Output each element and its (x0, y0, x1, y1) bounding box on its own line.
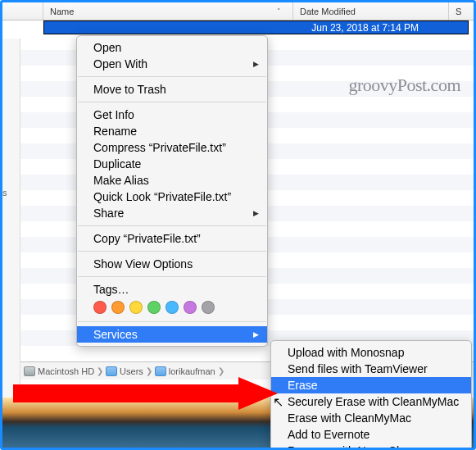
header-spacer (2, 2, 43, 20)
folder-icon (106, 366, 117, 376)
column-header-size-label: S (456, 7, 461, 16)
menu-separator (78, 251, 266, 252)
menu-open-with[interactable]: Open With (77, 56, 267, 72)
menu-make-alias[interactable]: Make Alias (77, 172, 267, 189)
menu-copy[interactable]: Copy “PrivateFile.txt” (77, 230, 267, 247)
menu-rename[interactable]: Rename (77, 123, 267, 139)
column-header-date-label: Date Modified (300, 7, 356, 16)
submenu-upload-monosnap[interactable]: Upload with Monosnap (271, 344, 471, 361)
tag-color-dot[interactable] (165, 301, 179, 314)
tag-color-dot[interactable] (129, 301, 143, 314)
column-header-name-label: Name (50, 7, 74, 16)
sort-ascending-icon: ˄ (277, 7, 281, 16)
menu-separator (78, 225, 266, 226)
file-date: Jun 23, 2018 at 7:14 PM (311, 22, 419, 34)
folder-icon (155, 366, 166, 376)
column-header-bar: Name ˄ Date Modified S (2, 2, 474, 20)
menu-show-view-options[interactable]: Show View Options (77, 256, 267, 272)
menu-get-info[interactable]: Get Info (77, 107, 267, 123)
menu-separator (78, 276, 266, 277)
submenu-erase[interactable]: Erase (271, 377, 471, 393)
menu-separator (78, 102, 266, 102)
menu-separator (78, 76, 266, 77)
file-row-selected[interactable]: Jun 23, 2018 at 7:14 PM (43, 20, 469, 34)
path-hd[interactable]: Macintosh HD (38, 366, 94, 376)
column-header-date[interactable]: Date Modified (293, 2, 449, 20)
submenu-erase-cleanmymac[interactable]: Erase with CleanMyMac (271, 410, 471, 426)
sidebar-fragment: es (0, 188, 7, 198)
menu-duplicate[interactable]: Duplicate (77, 156, 267, 172)
menu-separator (78, 321, 266, 322)
submenu-send-teamviewer[interactable]: Send files with TeamViewer (271, 361, 471, 377)
tag-color-row (77, 298, 267, 317)
path-users[interactable]: Users (120, 366, 143, 376)
column-header-size[interactable]: S (449, 2, 474, 20)
submenu-add-evernote[interactable]: Add to Evernote (271, 426, 471, 443)
menu-share[interactable]: Share (77, 205, 267, 221)
menu-services[interactable]: Services (77, 326, 267, 343)
path-user[interactable]: lorikaufman (169, 366, 215, 376)
services-submenu: Upload with Monosnap Send files with Tea… (270, 340, 472, 450)
menu-compress[interactable]: Compress “PrivateFile.txt” (77, 139, 267, 156)
tag-color-dot[interactable] (184, 301, 197, 314)
tag-color-dot[interactable] (93, 301, 107, 314)
submenu-rename-namechanger[interactable]: Rename with NameChanger (271, 443, 471, 450)
menu-quick-look[interactable]: Quick Look “PrivateFile.txt” (77, 189, 267, 205)
sidebar-edge: es (2, 39, 20, 398)
tag-color-dot[interactable] (147, 301, 161, 314)
chevron-right-icon: ❯ (97, 366, 103, 375)
tag-color-dot[interactable] (202, 301, 215, 314)
context-menu: Open Open With Move to Trash Get Info Re… (76, 35, 268, 347)
chevron-right-icon: ❯ (146, 366, 152, 375)
chevron-right-icon: ❯ (218, 366, 224, 375)
hd-icon (24, 366, 35, 376)
menu-open[interactable]: Open (77, 39, 267, 56)
submenu-securely-erase[interactable]: Securely Erase with CleanMyMac (271, 393, 471, 410)
tag-color-dot[interactable] (111, 301, 125, 314)
menu-move-to-trash[interactable]: Move to Trash (77, 81, 267, 98)
menu-tags[interactable]: Tags… (77, 281, 267, 298)
column-header-name[interactable]: Name ˄ (43, 2, 293, 20)
